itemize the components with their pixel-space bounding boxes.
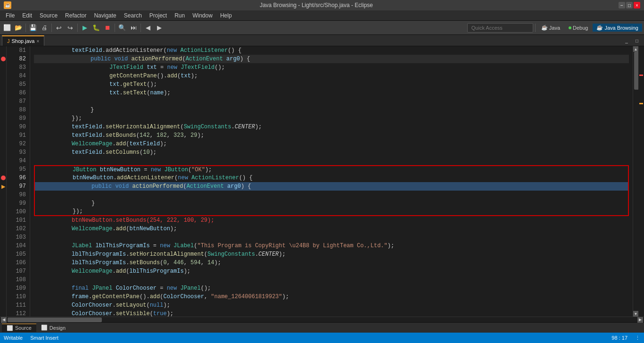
gutter-102 xyxy=(0,225,6,233)
ln-107: 107 xyxy=(8,267,28,276)
code-line-93: textField.setColumns(10); xyxy=(34,148,629,157)
ln-101: 101 xyxy=(8,216,28,225)
menu-window[interactable]: Window xyxy=(189,11,216,20)
scroll-up[interactable]: ▲ xyxy=(633,46,639,52)
code-line-99: } xyxy=(34,199,629,208)
toolbar-redo[interactable]: ↪ xyxy=(65,23,75,33)
code-line-81: textField.addActionListener(new ActionLi… xyxy=(34,46,629,55)
code-line-86: txt.setText(name); xyxy=(34,89,629,97)
menu-file[interactable]: File xyxy=(2,11,18,20)
toolbar-run[interactable]: ▶ xyxy=(80,23,90,33)
debug-perspective[interactable]: Debug xyxy=(565,24,592,32)
scroll-right[interactable]: ▶ xyxy=(637,317,643,323)
toolbar-sep-6 xyxy=(535,24,536,32)
java-perspective[interactable]: ☕ Java xyxy=(537,24,564,32)
toolbar-search[interactable]: 🔍 xyxy=(117,23,127,33)
gutter-110 xyxy=(0,293,6,301)
gutter-107 xyxy=(0,267,6,276)
gutter-82 xyxy=(0,55,6,63)
toolbar-stop[interactable]: ⏹ xyxy=(102,23,113,33)
source-tab-label: Source xyxy=(15,325,32,331)
gutter-86 xyxy=(0,89,6,97)
tab-maximize[interactable]: □ xyxy=(632,35,642,46)
code-line-82: public void actionPerformed(ActionEvent … xyxy=(34,55,629,63)
code-line-107: WellcomePage.add(lblThisProgramIs); xyxy=(34,267,629,276)
menu-edit[interactable]: Edit xyxy=(18,11,36,20)
menu-project[interactable]: Project xyxy=(146,11,171,20)
scroll-left[interactable]: ◀ xyxy=(1,317,7,323)
code-line-112: ColorChooser.setVisible(true); xyxy=(34,310,629,317)
gutter-97: ▶ xyxy=(0,182,6,191)
tab-close-button[interactable]: × xyxy=(36,39,39,44)
code-line-103 xyxy=(34,233,629,242)
quick-access-input[interactable] xyxy=(467,23,533,33)
code-line-106: lblThisProgramIs.setBounds(0, 446, 594, … xyxy=(34,259,629,267)
toolbar-debug[interactable]: 🐛 xyxy=(91,23,101,33)
minimize-button[interactable]: − xyxy=(619,2,625,8)
java-browsing-icon: ☕ xyxy=(596,25,603,31)
maximize-button[interactable]: □ xyxy=(626,2,633,8)
code-content[interactable]: textField.addActionListener(new ActionLi… xyxy=(30,46,633,317)
menu-search[interactable]: Search xyxy=(120,11,146,20)
gutter-93 xyxy=(0,148,6,157)
gutter-105 xyxy=(0,250,6,259)
title-bar: ☕ Java Browsing - Light/src/Shop.java - … xyxy=(0,0,644,10)
ln-108: 108 xyxy=(8,276,28,284)
ln-92: 92 xyxy=(8,140,28,148)
toolbar-next[interactable]: ⏭ xyxy=(128,23,139,33)
code-line-95: JButton btnNewButton = new JButton("OK")… xyxy=(34,165,629,174)
menu-run[interactable]: Run xyxy=(171,11,189,20)
ln-89: 89 xyxy=(8,114,28,123)
overview-ruler xyxy=(638,46,644,317)
vertical-scrollbar[interactable]: ▲ ▼ xyxy=(633,46,638,317)
h-scroll-thumb[interactable] xyxy=(8,318,102,322)
code-line-100: }); xyxy=(34,208,629,216)
gutter-109 xyxy=(0,284,6,293)
ln-85: 85 xyxy=(8,80,28,89)
ln-100: 100 xyxy=(8,208,28,216)
debug-label: Debug xyxy=(573,25,588,31)
tab-bar: J Shop.java × _ □ xyxy=(0,35,644,46)
close-button[interactable]: × xyxy=(634,2,640,8)
toolbar-new[interactable]: ⬜ xyxy=(2,23,12,33)
menu-refactor[interactable]: Refactor xyxy=(61,11,90,20)
ln-91: 91 xyxy=(8,131,28,140)
source-tab-icon: ⬜ xyxy=(7,325,13,331)
ln-95: 95 xyxy=(8,165,28,174)
scroll-down[interactable]: ▼ xyxy=(633,311,639,317)
ln-99: 99 xyxy=(8,199,28,208)
toolbar-open[interactable]: 📂 xyxy=(13,23,24,33)
menu-source[interactable]: Source xyxy=(36,11,61,20)
gutter-89 xyxy=(0,114,6,123)
status-writable: Writable xyxy=(4,335,23,341)
gutter-103 xyxy=(0,233,6,242)
window-title: Java Browsing - Light/src/Shop.java - Ec… xyxy=(14,2,619,8)
ln-93: 93 xyxy=(8,148,28,157)
code-line-105: lblThisProgramIs.setHorizontalAlignment(… xyxy=(34,250,629,259)
java-browsing-perspective[interactable]: ☕ Java Browsing xyxy=(593,24,642,32)
tab-source[interactable]: ⬜ Source xyxy=(2,324,36,332)
java-file-icon: J xyxy=(7,38,10,44)
menu-navigate[interactable]: Navigate xyxy=(90,11,120,20)
toolbar-undo[interactable]: ↩ xyxy=(54,23,64,33)
menu-help[interactable]: Help xyxy=(216,11,236,20)
scroll-thumb[interactable] xyxy=(634,52,639,90)
code-line-83: JTextField txt = new JTextField(); xyxy=(34,63,629,72)
status-position: 98 : 17 xyxy=(611,335,627,341)
gutter-100 xyxy=(0,208,6,216)
code-line-101: btnNewButton.setBounds(254, 222, 100, 29… xyxy=(34,216,629,225)
horizontal-scrollbar[interactable]: ◀ ▶ xyxy=(0,317,644,322)
tab-shop-java[interactable]: J Shop.java × xyxy=(2,35,44,46)
toolbar-print[interactable]: 🖨 xyxy=(39,23,50,33)
code-line-85: txt.getText(); xyxy=(34,80,629,89)
tab-design[interactable]: ⬜ Design xyxy=(36,324,70,332)
code-editor[interactable]: ▶ 81 82 83 84 xyxy=(0,46,644,317)
toolbar-back[interactable]: ◀ xyxy=(143,23,153,33)
status-insert-mode: Smart Insert xyxy=(30,335,58,341)
toolbar-save[interactable]: 💾 xyxy=(28,23,38,33)
ln-106: 106 xyxy=(8,259,28,267)
tab-minimize[interactable]: _ xyxy=(621,35,632,46)
gutter-101 xyxy=(0,216,6,225)
toolbar-forward[interactable]: ▶ xyxy=(154,23,165,33)
code-line-108 xyxy=(34,276,629,284)
